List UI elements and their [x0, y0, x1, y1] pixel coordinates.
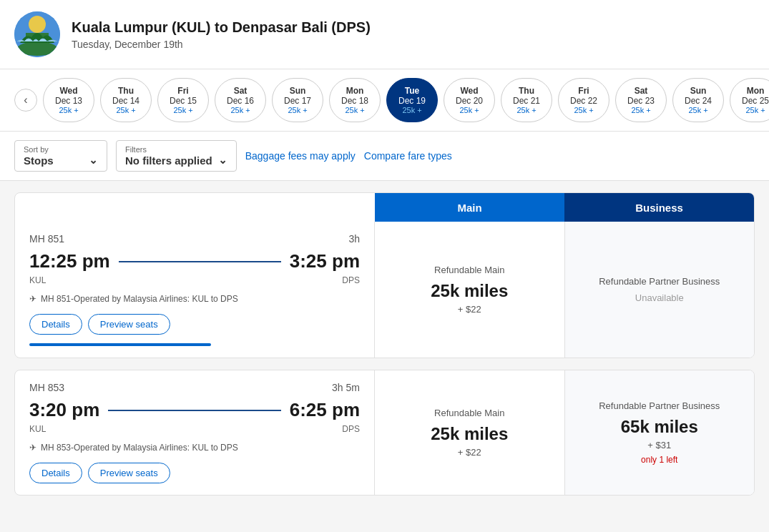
date-price: 25k +	[402, 106, 421, 114]
fare-section: Refundable Main 25k miles + $22 Refundab…	[375, 370, 754, 495]
scroll-indicator	[29, 343, 211, 346]
origin-airport: KUL	[29, 424, 46, 434]
airline-icon: ✈	[29, 443, 36, 453]
baggage-fees-link[interactable]: Baggage fees may apply	[245, 147, 356, 164]
details-button[interactable]: Details	[29, 463, 82, 483]
date-pill[interactable]: Mon Dec 18 25k +	[329, 78, 381, 122]
date-pill[interactable]: Sun Dec 17 25k +	[272, 78, 323, 122]
month-day: Dec 21	[513, 96, 540, 106]
dest-airport: DPS	[342, 275, 360, 285]
flight-duration: 3h 5m	[332, 382, 360, 393]
filter-dropdown[interactable]: Filters No filters applied ⌄	[116, 140, 237, 172]
chevron-down-icon: ⌄	[218, 154, 227, 167]
day-name: Sun	[690, 86, 707, 96]
date-pill[interactable]: Mon Dec 25 25k +	[730, 78, 769, 122]
month-day: Dec 16	[227, 96, 254, 106]
date-pill[interactable]: Sun Dec 24 25k +	[672, 78, 724, 122]
month-day: Dec 18	[341, 96, 368, 106]
operated-by: MH 851-Operated by Malaysia Airlines: KU…	[41, 294, 238, 304]
dest-airport: DPS	[342, 424, 360, 434]
date-price: 25k +	[631, 106, 650, 114]
tab-main[interactable]: Main	[375, 193, 564, 222]
day-name: Sat	[234, 86, 248, 96]
month-day: Dec 22	[570, 96, 597, 106]
flight-card: Main Business MH 851 3h 12:25 pm 3:25 pm…	[14, 192, 755, 358]
date-pills: Wed Dec 13 25k + Thu Dec 14 25k + Fri De…	[43, 78, 769, 122]
tab-business[interactable]: Business	[564, 193, 754, 222]
chevron-down-icon: ⌄	[89, 154, 98, 167]
flight-number: MH 851	[29, 233, 64, 245]
date-pill[interactable]: Thu Dec 14 25k +	[100, 78, 152, 122]
day-name: Fri	[177, 86, 188, 96]
date-price: 25k +	[288, 106, 307, 114]
sort-value: Stops ⌄	[24, 154, 98, 167]
month-day: Dec 20	[456, 96, 483, 106]
biz-only-left: only 1 left	[641, 455, 677, 465]
prev-date-button[interactable]: ‹	[14, 89, 37, 112]
date-price: 25k +	[516, 106, 536, 114]
date-pill[interactable]: Wed Dec 20 25k +	[444, 78, 495, 122]
month-day: Dec 25	[742, 96, 769, 106]
date-pill[interactable]: Sat Dec 16 25k +	[215, 78, 266, 122]
flight-line	[119, 261, 281, 262]
main-fare-price: + $22	[458, 304, 481, 315]
business-fare-column[interactable]: Refundable Partner BusinessUnavailable	[565, 222, 755, 358]
flight-card: MH 853 3h 5m 3:20 pm 6:25 pm KUL DPS ✈ M…	[14, 370, 755, 496]
svg-point-3	[29, 16, 46, 33]
date-pill[interactable]: Wed Dec 13 25k +	[43, 78, 94, 122]
day-name: Thu	[118, 86, 134, 96]
month-day: Dec 13	[55, 96, 82, 106]
page-header: Kuala Lumpur (KUL) to Denpasar Bali (DPS…	[0, 0, 769, 69]
biz-fare-type: Refundable Partner Business	[599, 400, 720, 411]
day-name: Mon	[346, 86, 364, 96]
date-price: 25k +	[173, 106, 192, 114]
date-pill[interactable]: Fri Dec 15 25k +	[157, 78, 209, 122]
flights-list: Main Business MH 851 3h 12:25 pm 3:25 pm…	[0, 192, 769, 496]
day-name: Wed	[59, 86, 77, 96]
month-day: Dec 19	[398, 96, 426, 106]
biz-fare-type: Refundable Partner Business	[599, 276, 720, 287]
date-pill[interactable]: Fri Dec 22 25k +	[558, 78, 609, 122]
main-fare-miles: 25k miles	[431, 424, 508, 444]
depart-time: 12:25 pm	[29, 250, 110, 272]
main-fare-miles: 25k miles	[431, 281, 508, 301]
biz-fare-miles: 65k miles	[621, 417, 698, 437]
date-strip: ‹ Wed Dec 13 25k + Thu Dec 14 25k + Fri …	[0, 69, 769, 132]
header-text: Kuala Lumpur (KUL) to Denpasar Bali (DPS…	[72, 19, 371, 50]
biz-unavailable: Unavailable	[635, 292, 684, 303]
sort-dropdown[interactable]: Sort by Stops ⌄	[14, 140, 107, 172]
day-name: Sun	[290, 86, 306, 96]
arrive-time: 6:25 pm	[290, 399, 360, 421]
page-title: Kuala Lumpur (KUL) to Denpasar Bali (DPS…	[72, 19, 371, 36]
arrive-time: 3:25 pm	[290, 250, 360, 272]
compare-fare-link[interactable]: Compare fare types	[364, 147, 452, 164]
airline-icon: ✈	[29, 294, 36, 304]
date-price: 25k +	[345, 106, 364, 114]
business-fare-column[interactable]: Refundable Partner Business 65k miles + …	[565, 370, 755, 495]
day-name: Sat	[635, 86, 648, 96]
details-button[interactable]: Details	[29, 314, 82, 335]
main-fare-price: + $22	[458, 447, 481, 458]
preview-seats-button[interactable]: Preview seats	[88, 314, 170, 335]
flight-info: MH 853 3h 5m 3:20 pm 6:25 pm KUL DPS ✈ M…	[15, 370, 375, 495]
preview-seats-button[interactable]: Preview seats	[88, 463, 170, 483]
flight-card-body: MH 853 3h 5m 3:20 pm 6:25 pm KUL DPS ✈ M…	[15, 370, 754, 495]
day-name: Tue	[405, 86, 419, 96]
main-fare-column[interactable]: Refundable Main 25k miles + $22	[375, 222, 565, 358]
date-pill[interactable]: Sat Dec 23 25k +	[615, 78, 667, 122]
month-day: Dec 23	[627, 96, 655, 106]
flight-card-body: MH 851 3h 12:25 pm 3:25 pm KUL DPS ✈ MH …	[15, 222, 754, 358]
date-pill[interactable]: Thu Dec 21 25k +	[501, 78, 552, 122]
main-fare-type: Refundable Main	[434, 408, 504, 418]
day-name: Wed	[460, 86, 478, 96]
biz-fare-price: + $31	[647, 440, 671, 450]
flight-number: MH 853	[29, 382, 64, 393]
month-day: Dec 17	[284, 96, 311, 106]
day-name: Thu	[519, 86, 534, 96]
fare-section: Refundable Main 25k miles + $22 Refundab…	[375, 222, 754, 358]
controls-bar: Sort by Stops ⌄ Filters No filters appli…	[0, 132, 769, 181]
date-pill[interactable]: Tue Dec 19 25k +	[386, 78, 438, 122]
page-subtitle: Tuesday, December 19th	[72, 39, 371, 50]
main-fare-column[interactable]: Refundable Main 25k miles + $22	[375, 370, 565, 495]
main-fare-type: Refundable Main	[434, 265, 504, 275]
